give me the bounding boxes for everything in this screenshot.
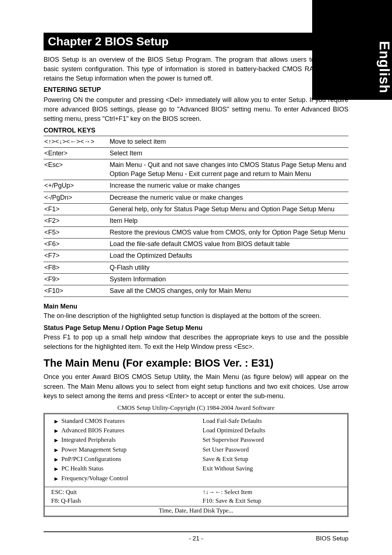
control-key: <F10> [44, 285, 109, 297]
cmos-menu-item: ▶Advanced BIOS Features [51, 426, 189, 435]
status-page-text: Press F1 to pop up a small help window t… [44, 332, 348, 351]
control-key: <F7> [44, 250, 109, 262]
status-page-heading: Status Page Setup Menu / Option Page Set… [44, 324, 348, 332]
cmos-menu-item: Set Supervisor Password [203, 435, 341, 445]
cmos-menu-item: Set User Password [203, 445, 341, 454]
control-key: <Esc> [44, 159, 109, 180]
control-key-row: <↑><↓><←><→>Move to select item [44, 136, 348, 147]
control-key-desc: System Information [109, 273, 348, 285]
control-key-desc: Move to select item [109, 136, 348, 147]
triangle-icon: ▶ [51, 475, 61, 482]
triangle-icon: ▶ [51, 418, 61, 425]
control-key: <F8> [44, 262, 109, 273]
page-number: - 21 - [145, 535, 247, 542]
control-key-row: <F2>Item Help [44, 215, 348, 227]
control-key: <-/PgDn> [44, 192, 109, 203]
control-key-row: <F1>General help, only for Status Page S… [44, 203, 348, 215]
cmos-menu-item: ▶Standard CMOS Features [51, 416, 189, 426]
control-key-desc: General help, only for Status Page Setup… [109, 203, 348, 215]
control-key-desc: Restore the previous CMOS value from CMO… [109, 227, 348, 238]
triangle-icon: ▶ [51, 446, 61, 454]
control-key: <F2> [44, 215, 109, 227]
cmos-menu-item: ▶PnP/PCI Configurations [51, 454, 189, 464]
control-key: <F6> [44, 238, 109, 250]
cmos-menu-item: ▶Frequency/Voltage Control [51, 474, 189, 483]
cmos-menu-item: Load Fail-Safe Defaults [203, 416, 341, 426]
cmos-hint-left: ESC: Quit F8: Q-Flash [45, 487, 196, 506]
cmos-left-column: ▶Standard CMOS Features▶Advanced BIOS Fe… [45, 414, 196, 487]
footer-section-label: BIOS Setup [247, 535, 348, 542]
cmos-menu-box: ▶Standard CMOS Features▶Advanced BIOS Fe… [44, 413, 348, 517]
main-menu-heading: Main Menu [44, 303, 348, 310]
control-key: <F9> [44, 273, 109, 285]
control-key-row: <F7>Load the Optimized Defaults [44, 250, 348, 262]
control-key-row: <F6>Load the file-safe default CMOS valu… [44, 238, 348, 250]
control-key: <F5> [44, 227, 109, 238]
cmos-menu-item: Exit Without Saving [203, 464, 341, 473]
chapter-title: Chapter 2 BIOS Setup [44, 33, 348, 50]
entering-setup-heading: ENTERING SETUP [44, 86, 348, 94]
control-key-desc: Select Item [109, 147, 348, 159]
triangle-icon: ▶ [51, 465, 61, 473]
cmos-menu-item: ▶Power Management Setup [51, 445, 189, 454]
cmos-menu-item: Save & Exit Setup [203, 454, 341, 464]
main-menu-desc: Once you enter Award BIOS CMOS Setup Uti… [44, 372, 348, 400]
control-key-desc: Main Menu - Quit and not save changes in… [109, 159, 348, 180]
control-key: <Enter> [44, 147, 109, 159]
main-menu-text: The on-line description of the highlight… [44, 311, 348, 321]
control-key-desc: Increase the numeric value or make chang… [109, 180, 348, 192]
triangle-icon: ▶ [51, 427, 61, 434]
cmos-status-line: Time, Date, Hard Disk Type... [45, 506, 347, 516]
control-keys-heading: CONTROL KEYS [44, 127, 348, 134]
control-key-desc: Decrease the numeric value or make chang… [109, 192, 348, 203]
entering-setup-text: Powering ON the computer and pressing <D… [44, 95, 348, 123]
control-key: <↑><↓><←><→> [44, 136, 109, 147]
cmos-menu-item: Load Optimized Defaults [203, 426, 341, 435]
control-keys-table: <↑><↓><←><→>Move to select item<Enter>Se… [44, 136, 348, 297]
control-key-row: <-/PgDn>Decrease the numeric value or ma… [44, 192, 348, 203]
control-key-desc: Q-Flash utility [109, 262, 348, 273]
control-key-desc: Load the file-safe default CMOS value fr… [109, 238, 348, 250]
control-key-desc: Save all the CMOS changes, only for Main… [109, 285, 348, 297]
control-key-row: <+/PgUp>Increase the numeric value or ma… [44, 180, 348, 192]
cmos-caption: CMOS Setup Utility-Copyright (C) 1984-20… [44, 404, 348, 412]
control-key-row: <F10>Save all the CMOS changes, only for… [44, 285, 348, 297]
control-key-desc: Load the Optimized Defaults [109, 250, 348, 262]
triangle-icon: ▶ [51, 437, 61, 444]
control-key-row: <F5>Restore the previous CMOS value from… [44, 227, 348, 238]
control-key-row: <F9>System Information [44, 273, 348, 285]
cmos-hint-right: ↑↓→←: Select Item F10: Save & Exit Setup [196, 487, 347, 506]
intro-text: BIOS Setup is an overview of the BIOS Se… [44, 55, 348, 83]
control-key-row: <Esc>Main Menu - Quit and not save chang… [44, 159, 348, 180]
control-key: <F1> [44, 203, 109, 215]
control-key-desc: Item Help [109, 215, 348, 227]
cmos-menu-item: ▶PC Health Status [51, 464, 189, 473]
triangle-icon: ▶ [51, 456, 61, 463]
control-key-row: <Enter>Select Item [44, 147, 348, 159]
control-key-row: <F8>Q-Flash utility [44, 262, 348, 273]
cmos-right-column: Load Fail-Safe DefaultsLoad Optimized De… [196, 414, 347, 487]
main-menu-title: The Main Menu (For example: BIOS Ver. : … [44, 357, 348, 369]
control-key: <+/PgUp> [44, 180, 109, 192]
page-footer: - 21 - BIOS Setup [44, 531, 348, 542]
cmos-menu-item: ▶Integrated Peripherals [51, 435, 189, 445]
